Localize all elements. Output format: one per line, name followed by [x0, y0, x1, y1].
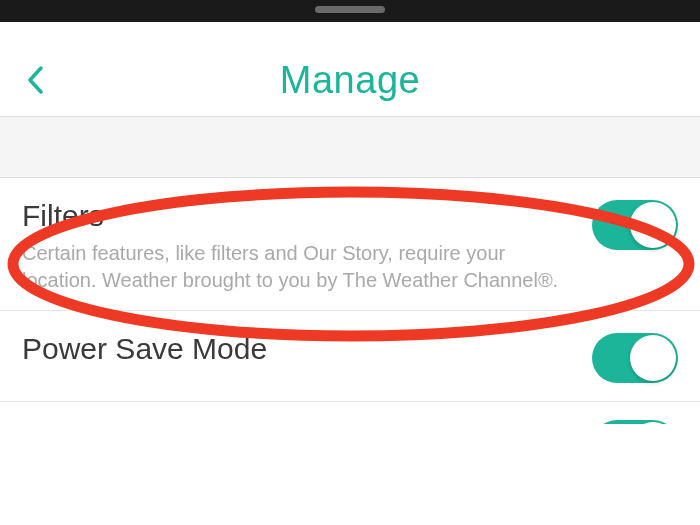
travel-toggle[interactable] [592, 420, 678, 424]
back-button[interactable] [18, 58, 52, 102]
filters-toggle[interactable] [592, 200, 678, 250]
settings-row-power-save: Power Save Mode [0, 311, 700, 402]
toggle-knob [630, 422, 676, 424]
nav-header: Manage [0, 44, 700, 116]
power-save-toggle[interactable] [592, 333, 678, 383]
power-save-title: Power Save Mode [22, 331, 580, 367]
grabber-handle [315, 6, 385, 13]
settings-row-travel: Travel Mode [0, 402, 700, 424]
chevron-left-icon [26, 66, 44, 94]
settings-list: Filters Certain features, like filters a… [0, 178, 700, 424]
toggle-knob [630, 335, 676, 381]
status-bar [0, 22, 700, 44]
toggle-knob [630, 202, 676, 248]
page-title: Manage [0, 59, 700, 102]
settings-row-filters: Filters Certain features, like filters a… [0, 178, 700, 311]
filters-title: Filters [22, 198, 580, 234]
travel-title: Travel Mode [22, 422, 580, 424]
filters-description: Certain features, like filters and Our S… [22, 240, 580, 294]
device-top-bar [0, 0, 700, 22]
section-spacer [0, 116, 700, 178]
